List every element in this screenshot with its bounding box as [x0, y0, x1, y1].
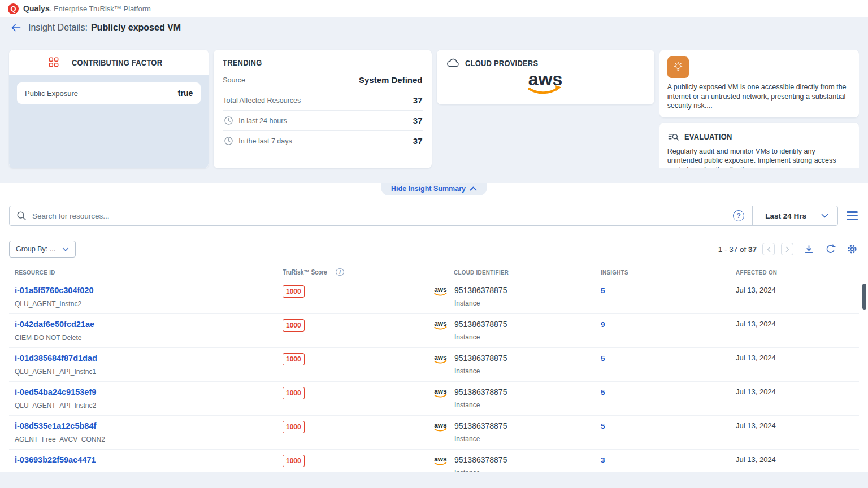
insight-description: A publicly exposed VM is one accessible … [667, 82, 851, 111]
insights-count-link[interactable]: 5 [601, 286, 605, 295]
trending-row: In last 24 hours 37 [223, 111, 422, 131]
resources-table: RESOURCE ID TruRisk™ Scorei CLOUD IDENTI… [9, 264, 859, 483]
affected-on-date: Jul 13, 2024 [736, 455, 859, 464]
contributing-factor-card: CONTRIBUTING FACTOR Public Exposure true [9, 50, 209, 168]
back-arrow-icon [10, 23, 21, 32]
trurisk-score-badge: 1000 [283, 319, 305, 332]
resource-name: AGENT_Free_AVCV_CONN2 [15, 435, 283, 443]
table-row[interactable]: i-01d385684f87d1dadQLU_AGENT_API_Instnc1… [9, 348, 859, 382]
download-button[interactable] [802, 243, 815, 256]
aws-logo-icon: aws [432, 354, 449, 375]
table-row[interactable]: i-0ed54ba24c9153ef9QLU_AGENT_API_Instnc2… [9, 382, 859, 416]
factor-value: true [178, 89, 193, 98]
affected-on-date: Jul 13, 2024 [736, 387, 859, 396]
settings-button[interactable] [845, 242, 859, 256]
download-icon [804, 244, 814, 255]
table-row[interactable]: i-01a5f5760c304f020QLU_AGENT_Instnc2 100… [9, 280, 859, 314]
vertical-scrollbar[interactable] [862, 284, 866, 310]
resource-id-link[interactable]: i-042daf6e50fcd21ae [15, 320, 94, 329]
aws-logo-icon: aws [432, 421, 449, 443]
resource-id-link[interactable]: i-01a5f5760c304f020 [15, 286, 93, 295]
cloud-account-id: 951386378875 [454, 455, 507, 464]
chevron-down-icon [821, 213, 828, 218]
cloud-account-id: 951386378875 [454, 285, 507, 295]
help-icon[interactable]: ? [733, 210, 744, 221]
chevron-down-icon [62, 247, 69, 251]
prev-page-button[interactable] [762, 243, 775, 255]
trending-value: 37 [413, 116, 423, 125]
trending-value: 37 [413, 95, 423, 105]
back-button[interactable] [10, 23, 21, 32]
next-page-button[interactable] [781, 243, 793, 255]
insights-count-link[interactable]: 5 [601, 422, 605, 430]
aws-logo-icon: aws [524, 68, 567, 97]
aws-logo-icon: aws [432, 320, 449, 341]
trending-value: 37 [413, 136, 423, 146]
factor-row[interactable]: Public Exposure true [17, 82, 201, 104]
resource-id-link[interactable]: i-08d535e1a12c5b84f [15, 421, 96, 430]
bottom-strip [0, 472, 868, 488]
resource-name: QLU_AGENT_API_Instnc2 [15, 402, 283, 409]
search-input[interactable] [32, 212, 725, 220]
top-bar: Q Qualys. Enterprise TruRisk™ Platform [0, 0, 868, 17]
evaluation-text: Regularly audit and monitor VMs to ident… [667, 147, 851, 169]
cloud-resource-type: Instance [454, 435, 507, 443]
header-affected-on: AFFECTED ON [736, 269, 777, 276]
pagination-range: 1 - 37 of 37 [718, 245, 757, 254]
page-title: Publicly exposed VM [91, 23, 181, 33]
insights-count-link[interactable]: 9 [601, 320, 605, 329]
cloud-account-id: 951386378875 [454, 387, 507, 396]
hide-insight-summary-button[interactable]: Hide Insight Summary [381, 183, 487, 195]
group-by-dropdown[interactable]: Group By: ... [9, 241, 76, 258]
resource-name: QLU_AGENT_Instnc2 [15, 300, 283, 308]
aws-logo-icon: aws [432, 286, 449, 307]
trurisk-score-badge: 1000 [283, 285, 305, 298]
resource-name: QLU_AGENT_API_Instnc1 [15, 368, 283, 376]
cloud-account-id: 951386378875 [454, 353, 507, 363]
refresh-button[interactable] [824, 243, 837, 256]
insight-summary: CONTRIBUTING FACTOR Public Exposure true… [0, 38, 868, 183]
cloud-providers-card: CLOUD PROVIDERS aws [437, 50, 654, 104]
table-row[interactable]: i-08d535e1a12c5b84fAGENT_Free_AVCV_CONN2… [9, 416, 859, 450]
trurisk-score-badge: 1000 [283, 387, 305, 399]
info-icon[interactable]: i [336, 268, 344, 276]
insights-count-link[interactable]: 5 [601, 388, 605, 396]
trending-title: TRENDING [223, 58, 262, 67]
insights-count-link[interactable]: 5 [601, 354, 605, 363]
chevron-up-icon [470, 186, 477, 191]
insights-count-link[interactable]: 3 [601, 456, 605, 464]
resource-id-link[interactable]: i-03693b22f59ac4471 [15, 455, 96, 464]
aws-provider[interactable]: aws [446, 68, 645, 97]
affected-on-date: Jul 13, 2024 [736, 421, 859, 430]
search-icon [16, 211, 27, 221]
search-row: ? Last 24 Hrs [9, 206, 859, 226]
trurisk-score-badge: 1000 [283, 421, 305, 433]
trending-row: Total Affected Resources 37 [223, 90, 422, 111]
header-cloud-identifier: CLOUD IDENTIFIER [454, 269, 509, 276]
app-root: Q Qualys. Enterprise TruRisk™ Platform I… [0, 0, 868, 488]
trending-label: Total Affected Resources [223, 97, 301, 104]
resource-id-link[interactable]: i-01d385684f87d1dad [15, 354, 97, 363]
cloud-providers-title: CLOUD PROVIDERS [465, 58, 538, 68]
summary-toggle-wrap: Hide Insight Summary [0, 183, 868, 195]
clock-icon [224, 116, 233, 125]
cloud-resource-type: Instance [454, 333, 507, 341]
table-controls: Group By: ... 1 - 37 of 37 [9, 241, 859, 258]
evaluation-title: EVALUATION [684, 132, 732, 141]
time-range-dropdown[interactable]: Last 24 Hrs [752, 206, 837, 225]
header-resource-id: RESOURCE ID [15, 269, 55, 276]
qualys-logo-letter: Q [10, 5, 16, 13]
breadcrumb: Insight Details: Publicly exposed VM [0, 17, 868, 38]
menu-icon[interactable] [845, 210, 859, 221]
header-score: TruRisk™ Score [283, 268, 327, 276]
table-header: RESOURCE ID TruRisk™ Scorei CLOUD IDENTI… [9, 264, 859, 280]
brand-suffix: . Enterprise TruRisk™ Platform [50, 5, 151, 13]
aws-logo-icon: aws [432, 387, 449, 409]
lightbulb-icon [667, 56, 689, 78]
resource-id-link[interactable]: i-0ed54ba24c9153ef9 [15, 387, 96, 396]
cloud-resource-type: Instance [454, 299, 507, 307]
table-row[interactable]: i-042daf6e50fcd21aeCIEM-DO NOT Delete 10… [9, 314, 859, 348]
group-by-label: Group By: ... [16, 245, 55, 253]
trurisk-score-badge: 1000 [283, 353, 305, 365]
qualys-logo-icon: Q [8, 3, 19, 14]
